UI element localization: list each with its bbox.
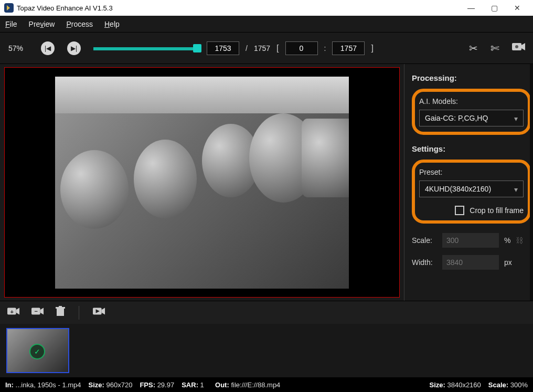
status-size-out-value: 3840x2160 <box>447 381 481 389</box>
svg-rect-6 <box>57 309 64 316</box>
ai-models-label: A.I. Models: <box>419 97 524 105</box>
scale-label: Scale: <box>412 236 437 245</box>
maximize-button[interactable]: ▢ <box>483 0 506 16</box>
timeline-slider[interactable] <box>93 43 198 54</box>
range-colon: : <box>324 44 326 52</box>
width-unit: px <box>504 258 512 267</box>
preview-pane <box>0 64 404 301</box>
cut-icon[interactable]: ✂ <box>469 42 478 55</box>
clip-thumbnail[interactable]: ✓ <box>6 328 69 373</box>
status-sar-value: 1 <box>200 381 204 389</box>
preview-frame[interactable] <box>4 67 400 298</box>
ai-models-highlight: A.I. Models: Gaia-CG: P,CG,HQ ▾ <box>412 89 531 135</box>
preset-highlight: Preset: 4KUHD(3840x2160) ▾ Crop to fill … <box>412 160 531 224</box>
svg-rect-8 <box>59 306 62 308</box>
transport-toolbar: 57% |◀ ▶| 1753 / 1757 [ 0 : 1757 ] ✂ ✄ <box>0 33 533 64</box>
render-icon[interactable] <box>93 306 105 319</box>
toolbar-divider <box>79 306 79 320</box>
scale-input[interactable] <box>442 233 499 248</box>
current-frame-input[interactable]: 1753 <box>207 41 239 55</box>
range-start-input[interactable]: 0 <box>285 41 318 55</box>
prev-frame-button[interactable]: |◀ <box>41 41 55 55</box>
processing-heading: Processing: <box>412 73 531 82</box>
settings-heading: Settings: <box>412 144 531 153</box>
ai-model-selected-text: Gaia-CG: P,CG,HQ <box>425 114 488 122</box>
status-scale-value: 300% <box>510 381 528 389</box>
window-title: Topaz Video Enhance AI V1.5.3 <box>17 4 113 12</box>
bottom-toolbar: + − <box>0 301 533 324</box>
status-out-value: file:///E://88.mp4 <box>231 381 280 389</box>
remove-clip-icon[interactable]: − <box>31 306 44 319</box>
split-icon[interactable]: ✄ <box>491 42 499 55</box>
check-icon: ✓ <box>29 344 45 359</box>
width-label: Width: <box>412 258 437 267</box>
title-bar: Topaz Video Enhance AI V1.5.3 — ▢ ✕ <box>0 0 533 16</box>
link-icon[interactable]: ⛓ <box>516 236 523 245</box>
status-size-in-label: Size: <box>89 381 104 389</box>
menu-bar: File Preview Process Help <box>0 16 533 33</box>
scale-unit: % <box>504 236 510 245</box>
svg-text:−: − <box>35 308 38 314</box>
menu-file[interactable]: File <box>5 20 17 28</box>
svg-text:+: + <box>10 309 14 315</box>
width-input[interactable] <box>442 255 499 270</box>
status-out-label: Out: <box>215 381 229 389</box>
preset-label: Preset: <box>419 168 524 176</box>
camera-icon[interactable] <box>512 42 526 54</box>
main-area: Processing: A.I. Models: Gaia-CG: P,CG,H… <box>0 64 533 301</box>
menu-process[interactable]: Process <box>66 20 93 28</box>
status-in-value: ...inka, 1950s - 1.mp4 <box>16 381 81 389</box>
crop-checkbox[interactable] <box>455 206 464 215</box>
status-sar-label: SAR: <box>182 381 198 389</box>
status-bar: In: ...inka, 1950s - 1.mp4 Size: 960x720… <box>0 377 533 392</box>
chevron-down-icon: ▾ <box>514 114 518 123</box>
total-frames: 1757 <box>254 44 270 52</box>
ai-model-select[interactable]: Gaia-CG: P,CG,HQ ▾ <box>419 110 524 126</box>
side-panel: Processing: A.I. Models: Gaia-CG: P,CG,H… <box>404 64 533 301</box>
next-frame-button[interactable]: ▶| <box>67 41 81 55</box>
zoom-percent: 57% <box>8 44 27 52</box>
preset-select[interactable]: 4KUHD(3840x2160) ▾ <box>419 181 524 197</box>
crop-label: Crop to fill frame <box>470 206 524 215</box>
sidepanel-scrollbar[interactable] <box>530 64 533 301</box>
minimize-button[interactable]: — <box>460 0 483 16</box>
chevron-down-icon: ▾ <box>514 185 518 194</box>
menu-help[interactable]: Help <box>104 20 120 28</box>
trash-icon[interactable] <box>56 306 65 319</box>
range-end-input[interactable]: 1757 <box>332 41 365 55</box>
status-in-label: In: <box>5 381 14 389</box>
frame-separator: / <box>246 44 248 52</box>
status-fps-value: 29.97 <box>157 381 175 389</box>
video-frame-image <box>55 77 349 289</box>
slider-thumb-icon[interactable] <box>193 44 201 52</box>
app-logo-icon <box>4 3 14 13</box>
add-clip-icon[interactable]: + <box>7 306 20 319</box>
close-button[interactable]: ✕ <box>506 0 529 16</box>
status-size-in-value: 960x720 <box>106 381 133 389</box>
range-open-bracket: [ <box>276 44 279 53</box>
menu-preview[interactable]: Preview <box>29 20 55 28</box>
status-fps-label: FPS: <box>140 381 155 389</box>
status-size-out-label: Size: <box>430 381 445 389</box>
preset-selected-text: 4KUHD(3840x2160) <box>425 185 491 193</box>
svg-point-1 <box>515 45 518 48</box>
range-close-bracket: ] <box>371 44 373 53</box>
thumbnail-strip: ✓ <box>0 324 533 377</box>
status-scale-label: Scale: <box>488 381 508 389</box>
